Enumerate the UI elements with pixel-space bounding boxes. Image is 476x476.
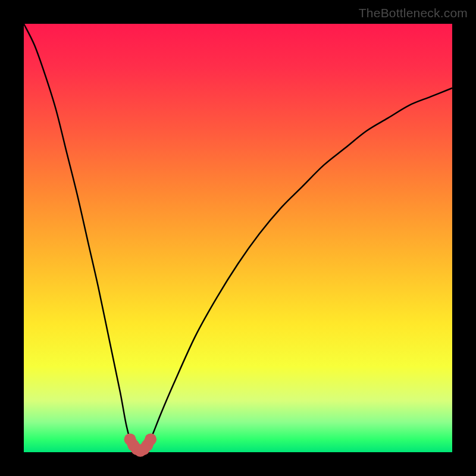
bottleneck-curve xyxy=(24,24,452,452)
line-chart xyxy=(24,24,452,452)
credit-text: TheBottleneck.com xyxy=(359,6,468,20)
chart-frame: TheBottleneck.com xyxy=(0,0,476,476)
optimum-markers xyxy=(124,433,157,456)
optimum-marker-dot xyxy=(145,433,156,445)
plot-area xyxy=(24,24,452,452)
